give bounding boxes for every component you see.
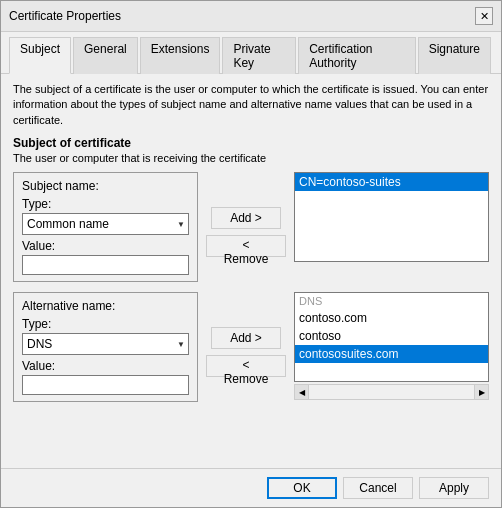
alt-list-item-0[interactable]: contoso.com (295, 309, 488, 327)
alt-list[interactable]: DNS contoso.com contoso contososuites.co… (294, 292, 489, 382)
alt-list-scrollbar[interactable]: ◀ ▶ (294, 384, 489, 400)
alt-value-input[interactable] (22, 375, 189, 395)
alt-name-section: Alternative name: Type: DNS Email UPN IP… (13, 292, 489, 402)
tab-general[interactable]: General (73, 37, 138, 74)
title-bar: Certificate Properties ✕ (1, 1, 501, 32)
alt-middle-buttons: Add > < Remove (206, 292, 286, 402)
subject-of-certificate-title: Subject of certificate (13, 136, 489, 150)
alt-name-left: Alternative name: Type: DNS Email UPN IP… (13, 292, 198, 402)
add-subject-button[interactable]: Add > (211, 207, 281, 229)
subject-name-left: Subject name: Type: Common name Organiza… (13, 172, 198, 282)
subject-list[interactable]: CN=contoso-suites (294, 172, 489, 262)
subject-name-group: Subject name: Type: Common name Organiza… (13, 172, 198, 282)
tab-subject[interactable]: Subject (9, 37, 71, 74)
scroll-right-button[interactable]: ▶ (474, 385, 488, 399)
subject-type-wrapper: Common name Organization Organizational … (22, 213, 189, 235)
subject-name-section: Subject name: Type: Common name Organiza… (13, 172, 489, 282)
alt-type-wrapper: DNS Email UPN IP address URL (22, 333, 189, 355)
dialog-footer: OK Cancel Apply (1, 468, 501, 507)
alt-name-group: Alternative name: Type: DNS Email UPN IP… (13, 292, 198, 402)
alt-type-label: Type: (22, 317, 189, 331)
alt-list-header: DNS (295, 293, 488, 309)
scroll-track (309, 385, 474, 399)
tab-content: The subject of a certificate is the user… (1, 74, 501, 468)
subject-middle-buttons: Add > < Remove (206, 172, 286, 282)
alt-value-label: Value: (22, 359, 189, 373)
tabs-row: Subject General Extensions Private Key C… (1, 32, 501, 74)
subject-value-label: Value: (22, 239, 189, 253)
ok-button[interactable]: OK (267, 477, 337, 499)
remove-alt-button[interactable]: < Remove (206, 355, 286, 377)
subject-list-col: CN=contoso-suites (294, 172, 489, 282)
alt-list-item-2[interactable]: contososuites.com (295, 345, 488, 363)
subject-name-label: Subject name: (22, 179, 189, 193)
remove-subject-button[interactable]: < Remove (206, 235, 286, 257)
subject-of-certificate-subtitle: The user or computer that is receiving t… (13, 152, 489, 164)
scroll-left-button[interactable]: ◀ (295, 385, 309, 399)
subject-list-item[interactable]: CN=contoso-suites (295, 173, 488, 191)
apply-button[interactable]: Apply (419, 477, 489, 499)
tab-certification-authority[interactable]: Certification Authority (298, 37, 416, 74)
add-alt-button[interactable]: Add > (211, 327, 281, 349)
certificate-properties-dialog: Certificate Properties ✕ Subject General… (0, 0, 502, 508)
alt-name-label: Alternative name: (22, 299, 189, 313)
cancel-button[interactable]: Cancel (343, 477, 413, 499)
subject-value-input[interactable] (22, 255, 189, 275)
close-button[interactable]: ✕ (475, 7, 493, 25)
tab-extensions[interactable]: Extensions (140, 37, 221, 74)
subject-type-label: Type: (22, 197, 189, 211)
subject-type-select[interactable]: Common name Organization Organizational … (22, 213, 189, 235)
alt-list-item-1[interactable]: contoso (295, 327, 488, 345)
alt-list-col: DNS contoso.com contoso contososuites.co… (294, 292, 489, 402)
dialog-title: Certificate Properties (9, 9, 121, 23)
alt-type-select[interactable]: DNS Email UPN IP address URL (22, 333, 189, 355)
tab-signature[interactable]: Signature (418, 37, 491, 74)
description-text: The subject of a certificate is the user… (13, 82, 489, 128)
tab-private-key[interactable]: Private Key (222, 37, 296, 74)
